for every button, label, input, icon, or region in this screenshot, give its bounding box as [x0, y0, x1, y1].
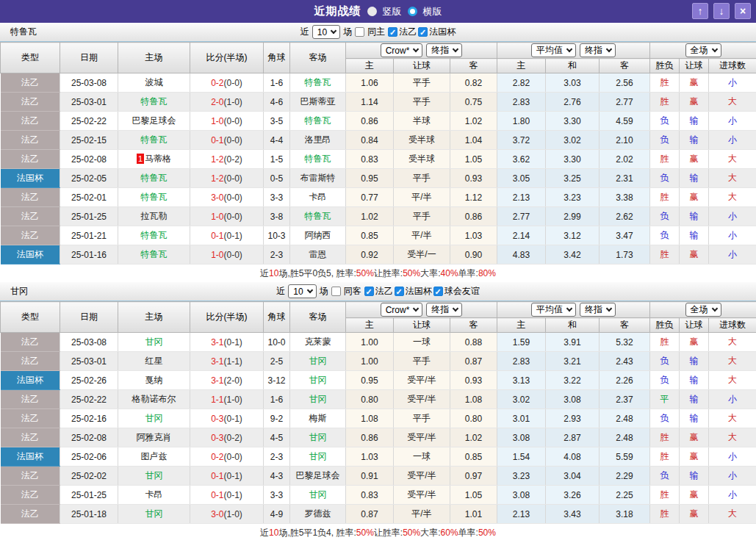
average-group-header: 平均值 终指 [497, 302, 650, 318]
handicap-result-cell: 赢 [680, 447, 709, 467]
scope-select[interactable]: 全场 [685, 43, 721, 57]
avg-draw-cell: 3.91 [546, 333, 600, 352]
summary-text: 50% [403, 268, 420, 278]
result-cell: 平 [650, 390, 680, 409]
chevron-down-icon [453, 306, 458, 312]
team-name: 甘冈 [10, 285, 28, 298]
home-team-cell: 特鲁瓦 [118, 245, 190, 264]
away-team-cell: 甘冈 [290, 447, 346, 467]
avg-home-cell: 3.01 [497, 409, 546, 428]
avg-away-cell: 5.32 [600, 333, 650, 352]
date-cell: 25-03-08 [60, 333, 118, 352]
result-cell: 胜 [650, 428, 680, 447]
odds-index-select[interactable]: 终指 [426, 303, 462, 317]
avg-away-cell: 1.73 [600, 245, 650, 264]
odds-index-select[interactable]: 终指 [426, 43, 462, 57]
score-cell: 3-1(1-1) [190, 352, 264, 371]
match-row: 法乙25-02-22格勒诺布尔1-1(1-0)1-6甘冈0.80受平/半1.08… [1, 390, 756, 409]
horizontal-layout-radio[interactable] [408, 7, 417, 16]
avg-draw-cell: 3.03 [546, 73, 600, 93]
result-cell: 负 [650, 409, 680, 428]
away-team-cell: 特鲁瓦 [290, 150, 346, 169]
record-summary: 近10场,胜5平0负5, 胜率:50% 让胜率:50% 大率:40% 单率:80… [0, 264, 756, 282]
away-team-name: 阿纳西 [305, 230, 331, 240]
average-index-select[interactable]: 终指 [580, 43, 616, 57]
score-cell: 1-2(0-2) [190, 150, 264, 169]
result-cell: 胜 [650, 447, 680, 467]
col-odds-home: 主 [346, 318, 394, 333]
average-source-select[interactable]: 平均值 [531, 43, 576, 57]
goals-cell: 大 [709, 333, 756, 352]
scope-select[interactable]: 全场 [685, 303, 721, 317]
col-type: 类型 [1, 302, 60, 333]
same-venue-checkbox[interactable] [331, 287, 341, 296]
goals-cell: 大 [709, 352, 756, 371]
average-source-select[interactable]: 平均值 [531, 303, 576, 317]
col-avg-home: 主 [497, 59, 546, 73]
average-index-select[interactable]: 终指 [580, 303, 616, 317]
result-cell: 胜 [650, 245, 680, 264]
handicap-result-cell: 输 [680, 112, 709, 131]
chevron-down-icon [566, 306, 572, 312]
league-checkbox[interactable]: ✓ [433, 287, 443, 296]
goals-cell: 大 [709, 505, 756, 524]
odds-source-select[interactable]: Crow* [381, 43, 423, 57]
avg-draw-cell: 3.12 [546, 226, 600, 245]
league-checkbox-label: 法国杯 [429, 26, 456, 38]
handicap-cell: 平/半 [394, 505, 450, 524]
match-count-select[interactable]: 10 [312, 25, 340, 39]
col-score: 比分(半场) [190, 43, 264, 73]
match-row: 法国杯25-02-06图卢兹0-2(0-0)2-3甘冈1.03一球0.851.5… [1, 447, 756, 467]
date-cell: 25-01-21 [60, 226, 118, 245]
league-checkbox[interactable]: ✓ [388, 27, 397, 37]
odds-home-cell: 0.80 [346, 390, 394, 409]
close-icon[interactable]: × [735, 3, 751, 19]
avg-draw-cell: 3.22 [546, 371, 600, 390]
odds-group-header: Crow* 终指 [346, 302, 497, 318]
col-odds-home: 主 [346, 59, 394, 73]
col-home: 主场 [118, 302, 190, 333]
fulltime-score: 0-3 [211, 414, 223, 424]
result-cell: 胜 [650, 188, 680, 207]
type-cell: 法乙 [1, 505, 60, 524]
avg-home-cell: 2.14 [497, 226, 546, 245]
odds-source-select[interactable]: Crow* [381, 303, 423, 317]
col-goals: 进球数 [709, 318, 756, 333]
league-filter-group: ✓法乙✓法国杯✓球会友谊 [364, 285, 480, 298]
league-checkbox[interactable]: ✓ [364, 287, 374, 296]
goals-cell: 大 [709, 188, 756, 207]
away-team-name: 甘冈 [309, 432, 327, 442]
same-venue-checkbox[interactable] [355, 27, 364, 37]
home-team-name: 戛纳 [145, 375, 163, 385]
match-row: 法乙25-01-25卡昂0-1(0-1)3-3甘冈0.83受平/半1.053.0… [1, 486, 756, 505]
home-team-name: 拉瓦勒 [141, 211, 168, 221]
avg-draw-cell: 3.42 [546, 245, 600, 264]
col-score: 比分(半场) [190, 302, 264, 333]
odds-away-cell: 0.93 [450, 371, 497, 390]
avg-draw-cell: 2.93 [546, 409, 600, 428]
move-down-icon[interactable]: ↓ [713, 3, 730, 19]
move-up-icon[interactable]: ↑ [692, 3, 708, 19]
type-cell: 法乙 [1, 333, 60, 352]
vertical-layout-radio[interactable] [367, 7, 377, 16]
avg-away-cell: 2.02 [600, 150, 650, 169]
league-checkbox[interactable]: ✓ [418, 27, 428, 37]
halftime-score: (0-1) [224, 231, 242, 241]
goals-cell: 小 [709, 390, 756, 409]
odds-home-cell: 0.86 [346, 428, 394, 447]
score-cell: 0-2(0-0) [190, 447, 264, 467]
halftime-score: (0-0) [224, 192, 242, 203]
handicap-result-cell: 赢 [680, 505, 709, 524]
summary-text: 50% [478, 528, 496, 538]
chevron-down-icon [413, 306, 419, 312]
handicap-cell: 受平/半 [394, 486, 450, 505]
handicap-cell: 受半球 [394, 131, 450, 150]
league-checkbox[interactable]: ✓ [395, 287, 404, 296]
home-team-cell: 1马蒂格 [118, 150, 190, 169]
avg-home-cell: 2.82 [497, 73, 546, 93]
match-count-select[interactable]: 10 [288, 284, 316, 298]
goals-cell: 小 [709, 447, 756, 467]
odds-away-cell: 1.12 [450, 188, 497, 207]
odds-group-header: Crow* 终指 [346, 43, 497, 59]
result-cell: 负 [650, 131, 680, 150]
